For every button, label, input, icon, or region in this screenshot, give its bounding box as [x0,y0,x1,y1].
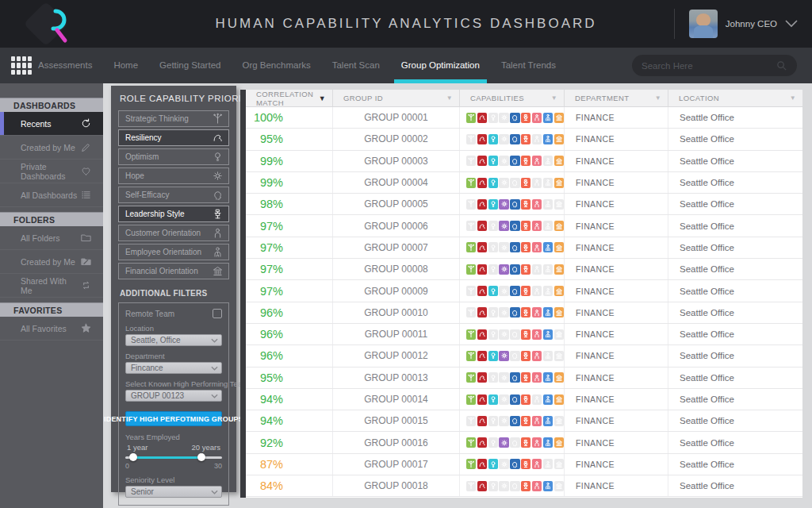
sidebar-item-shared-with-me[interactable]: Shared With Me [0,274,103,298]
department-cell: FINANCE [565,107,668,128]
table-row[interactable]: 97%GROUP 00007FINANCESeattle Office [246,237,802,259]
chevron-down-icon[interactable] [785,20,798,28]
tab-talent-scan[interactable]: Talent Scan [332,48,380,83]
group-id: GROUP 00005 [333,194,460,214]
customer-orientation-badge-icon [532,416,542,426]
sidebar-item-all-dashboards[interactable]: All Dashboards [0,183,103,207]
table-row[interactable]: 97%GROUP 00009FINANCESeattle Office [246,280,802,302]
known-team-dropdown[interactable]: GROUP 00123 [125,390,222,402]
slider-handle-low[interactable] [129,453,137,461]
capabilities-cell [460,237,565,258]
table-row[interactable]: 98%GROUP 00005FINANCESeattle Office [246,194,802,215]
role-item-self-efficacy[interactable]: Self-Efficacy [118,187,229,203]
tab-assessments[interactable]: Assessments [38,48,92,83]
correlation-match-value: 95% [246,368,333,388]
slider-track[interactable] [125,454,222,461]
correlation-match-value: 94% [246,389,333,410]
role-item-financial-orientation[interactable]: Financial Orientation [118,263,229,279]
tab-group-optimization[interactable]: Group Optimization [401,48,480,83]
self-efficacy-badge-icon [510,329,519,340]
optimism-badge-icon [488,178,498,188]
sidebar-item-recents[interactable]: Recents [0,112,103,136]
capabilities-cell [460,454,565,475]
table-row[interactable]: 84%GROUP 00018FINANCESeattle Office [246,475,802,497]
role-item-hope[interactable]: Hope [118,167,229,184]
resiliency-badge-icon [477,286,487,296]
sidebar-item-all-folders[interactable]: All Folders [0,226,103,250]
sort-arrow-icon: ▼ [655,94,661,102]
column-header-group-id[interactable]: GROUP ID▼ [333,90,460,106]
strategic-thinking-badge-icon [466,459,476,469]
resiliency-badge-icon [477,221,487,231]
self-efficacy-badge-icon [510,394,519,405]
hope-badge-icon [499,134,508,144]
table-row[interactable]: 94%GROUP 00015FINANCESeattle Office [246,410,802,432]
strategic-thinking-badge-icon [466,113,476,123]
employee-orientation-badge-icon [543,329,553,340]
tab-org-benchmarks[interactable]: Org Benchmarks [242,48,310,83]
correlation-match-value: 92% [246,432,333,452]
self-efficacy-badge-icon [510,307,519,318]
sidebar-item-private-dashboards[interactable]: Private Dashboards [0,160,103,183]
role-item-employee-orientation[interactable]: Employee Orientation [118,244,229,260]
optimism-icon [212,151,224,163]
table-row[interactable]: 92%GROUP 00016FINANCESeattle Office [246,432,802,453]
leadership-style-badge-icon [521,113,530,123]
table-row[interactable]: 87%GROUP 00017FINANCESeattle Office [246,454,802,475]
role-item-label: Resiliency [125,133,162,142]
slider-handle-high[interactable] [197,453,205,461]
slider-scale-max: 30 [214,462,222,470]
table-row[interactable]: 97%GROUP 00008FINANCESeattle Office [246,259,802,280]
department-cell: FINANCE [565,194,668,214]
role-item-leadership-style[interactable]: Leadership Style [118,206,229,222]
tab-getting-started[interactable]: Getting Started [159,48,220,83]
sidebar-item-all-favorites[interactable]: All Favorites [0,317,103,341]
location-cell: Seattle Office [668,151,802,171]
table-row[interactable]: 97%GROUP 00006FINANCESeattle Office [246,215,802,237]
resiliency-badge-icon [477,459,487,469]
location-cell: Seattle Office [668,237,802,258]
tab-home[interactable]: Home [113,48,138,83]
table-row[interactable]: 100%GROUP 00001FINANCESeattle Office [246,107,802,129]
role-item-customer-orientation[interactable]: Customer Orientation [118,225,229,241]
employee-orientation-badge-icon [543,307,553,318]
column-header-capabilities[interactable]: CAPABILITIES▼ [460,90,565,106]
customer-orientation-badge-icon [532,221,542,231]
sidebar-item-created-by-me[interactable]: Created by Me [0,250,103,274]
column-header-correlation-match[interactable]: CORRELATION MATCH▼ [246,90,333,106]
department-dropdown[interactable]: Fincance [125,362,222,374]
tab-talent-trends[interactable]: Talent Trends [501,48,556,83]
capabilities-cell [460,215,565,236]
table-row[interactable]: 96%GROUP 00011FINANCESeattle Office [246,324,802,345]
table-row[interactable]: 95%GROUP 00002FINANCESeattle Office [246,129,802,150]
user-avatar[interactable] [689,10,718,38]
role-item-strategic-thinking[interactable]: Strategic Thinking [118,110,229,127]
search-icon[interactable] [776,60,787,71]
user-menu[interactable]: Johnny CEO [674,0,798,48]
sidebar-item-created-by-me[interactable]: Created by Me [0,136,103,160]
strategic-thinking-badge-icon [466,264,476,275]
table-row[interactable]: 95%GROUP 00013FINANCESeattle Office [246,368,802,389]
customer-orientation-badge-icon [532,459,542,469]
location-dropdown[interactable]: Seattle, Office [125,334,222,346]
table-row[interactable]: 94%GROUP 00014FINANCESeattle Office [246,389,802,410]
role-item-optimism[interactable]: Optimism [118,148,229,165]
column-header-department[interactable]: DEPARTMENT▼ [565,90,668,106]
capabilities-cell [460,432,565,452]
table-row[interactable]: 96%GROUP 00012FINANCESeattle Office [246,345,802,367]
chevron-down-icon [211,366,218,371]
apps-grid-icon[interactable] [11,56,32,75]
table-row[interactable]: 99%GROUP 00004FINANCESeattle Office [246,172,802,194]
optimism-badge-icon [488,286,498,296]
resiliency-badge-icon [477,329,487,340]
strategic-thinking-badge-icon [466,286,476,296]
search-box[interactable]: Search Here [632,55,797,76]
search-input[interactable]: Search Here [642,61,776,71]
remote-team-checkbox[interactable] [213,309,222,318]
identify-groups-button[interactable]: IDENTIFY HIGH PERFOTMING GROUPS [125,411,222,426]
table-row[interactable]: 99%GROUP 00003FINANCESeattle Office [246,151,802,172]
seniority-dropdown[interactable]: Senior [125,486,222,498]
role-item-resiliency[interactable]: Resiliency [118,129,229,146]
column-header-location[interactable]: LOCATION▼ [668,90,802,106]
table-row[interactable]: 96%GROUP 00010FINANCESeattle Office [246,302,802,324]
